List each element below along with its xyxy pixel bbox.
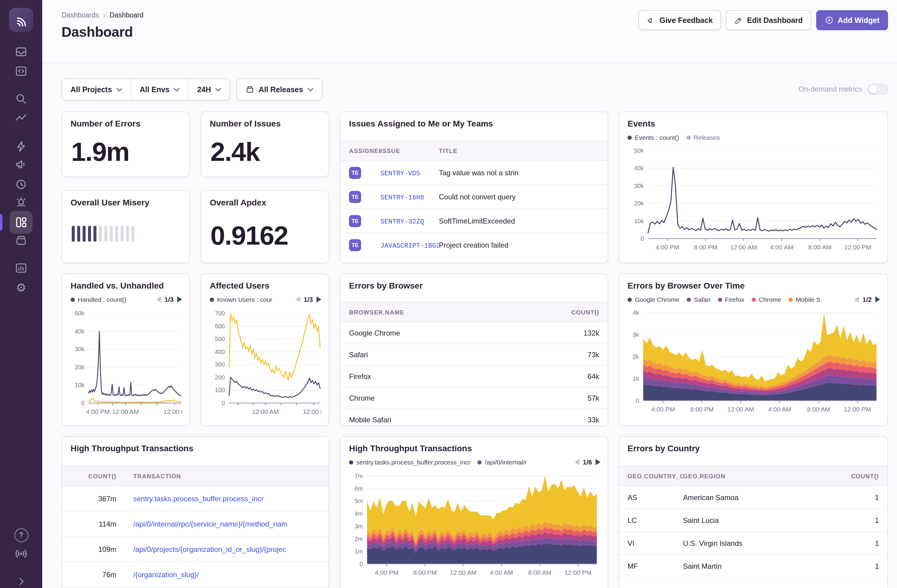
gear-icon: ⚙: [16, 281, 26, 294]
breadcrumb-dashboards-link[interactable]: Dashboards: [61, 11, 99, 19]
issue-link[interactable]: SENTRY-32ZQ: [380, 218, 424, 225]
prev-page-arrow[interactable]: [574, 459, 579, 465]
legend-items: Events : count()Releases: [628, 134, 880, 141]
sidebar-item-alerts[interactable]: [11, 192, 31, 213]
svg-text:4:00 PM: 4:00 PM: [86, 408, 109, 415]
column-header[interactable]: COUNT(): [545, 309, 599, 315]
releases-filter[interactable]: All Releases: [237, 79, 321, 100]
table-row: ASAmerican Samoa1: [619, 486, 887, 509]
legend-item[interactable]: Safari: [687, 296, 710, 303]
on-demand-metrics-toggle[interactable]: [868, 84, 888, 95]
sidebar-collapse-toggle[interactable]: [11, 571, 31, 588]
sidebar-item-traces[interactable]: [11, 108, 31, 128]
add-widget-button[interactable]: Add Widget: [816, 10, 888, 30]
column-header[interactable]: BROWSER.NAME: [349, 309, 545, 315]
high-throughput-legend: sentry.tasks.process_buffer.process_incr…: [349, 457, 600, 467]
next-page-arrow[interactable]: [317, 296, 321, 302]
filter-bar: All Projects All Envs 24H All Releases: [61, 78, 322, 101]
issue-link[interactable]: SENTRY-VD5: [380, 170, 420, 177]
assignee-avatar[interactable]: TE: [349, 166, 361, 179]
sidebar-item-releases[interactable]: [11, 230, 31, 250]
legend-item[interactable]: Mobile S: [788, 296, 820, 303]
svg-text:4:00 PM: 4:00 PM: [375, 569, 398, 576]
prev-page-arrow[interactable]: [156, 296, 161, 302]
legend-item[interactable]: Events : count(): [628, 134, 679, 141]
edit-dashboard-button[interactable]: Edit Dashboard: [726, 10, 811, 30]
legend-item[interactable]: sentry.tasks.process_buffer.process_incr: [349, 458, 470, 466]
table-header: BROWSER.NAMECOUNT(): [341, 302, 608, 322]
assignee-avatar[interactable]: TE: [349, 239, 361, 251]
issue-link[interactable]: JAVASCRIPT-1BG2: [380, 242, 439, 249]
high-throughput-area-chart[interactable]: 01m2m3m4m5m6m7m4:00 PM8:00 PM12:00 AM4:0…: [349, 473, 600, 583]
affected-users-line-chart[interactable]: 010020030040050060070012:00 AM12:00 P: [210, 311, 321, 419]
next-page-arrow[interactable]: [595, 459, 600, 465]
sidebar-item-help[interactable]: ?: [11, 525, 31, 545]
column-header[interactable]: GEO.REGION: [683, 473, 837, 479]
legend-label: Google Chrome: [635, 296, 680, 303]
chevron-down-icon: [116, 88, 122, 91]
sentry-logo-icon: [13, 12, 29, 28]
issues-count-value: 2.4k: [210, 139, 260, 165]
legend-item[interactable]: Firefox: [718, 296, 744, 303]
sidebar-item-whats-new[interactable]: [11, 544, 31, 564]
column-header[interactable]: TITLE: [439, 147, 599, 154]
prev-page-arrow[interactable]: [295, 296, 300, 302]
sentry-logo[interactable]: [9, 8, 33, 32]
legend-item[interactable]: /api/0/internal/r: [478, 458, 527, 466]
misery-bar: [121, 226, 124, 241]
widget-number-of-errors: Number of Errors 1.9m: [61, 111, 190, 177]
issue-link[interactable]: SENTRY-16H8: [380, 194, 424, 201]
assignee-avatar[interactable]: TE: [349, 215, 361, 227]
sidebar-item-stats[interactable]: [11, 258, 31, 278]
table-cell: 76m: [70, 570, 116, 579]
sidebar-item-settings[interactable]: ⚙: [11, 277, 31, 298]
widget-title: Handled vs. Unhandled: [70, 281, 164, 290]
time-range-filter[interactable]: 24H: [188, 79, 230, 100]
plus-circle-icon: [824, 16, 833, 25]
widget-high-throughput-chart: High Throughput Transactions sentry.task…: [340, 436, 608, 588]
column-header[interactable]: GEO.COUNTRY_CODE: [628, 473, 683, 479]
svg-text:4:00 PM: 4:00 PM: [655, 244, 679, 250]
sidebar-item-feedback[interactable]: [11, 154, 31, 175]
events-legend: Events : count()Releases: [628, 132, 880, 143]
sidebar-item-lightning[interactable]: [11, 136, 31, 157]
transaction-link[interactable]: /{organization_slug}/: [133, 570, 199, 579]
lightning-icon: [14, 140, 28, 153]
legend-item[interactable]: Chrome: [752, 296, 781, 303]
transaction-link[interactable]: sentry.tasks.process_buffer.process_incr: [133, 494, 264, 503]
column-header[interactable]: COUNT(): [70, 473, 116, 479]
handled-line-chart[interactable]: 010k20k30k40k50k4:00 PM12:00 AM12:00 P: [70, 311, 182, 419]
sidebar-item-replays[interactable]: [11, 174, 31, 195]
legend-item[interactable]: Handled : count(): [70, 296, 126, 303]
browser-over-time-area-chart[interactable]: 01k2k3k4k4:00 PM8:00 PM12:00 AM4:00 AM8:…: [628, 310, 880, 420]
transaction-link[interactable]: /api/0/projects/{organization_id_or_slug…: [133, 545, 286, 553]
give-feedback-button[interactable]: Give Feedback: [638, 10, 721, 30]
assignee-avatar[interactable]: TE: [349, 191, 361, 203]
svg-text:1k: 1k: [633, 375, 639, 382]
column-header[interactable]: TRANSACTION: [116, 473, 320, 479]
misery-bar: [88, 226, 91, 241]
svg-text:12:00 AM: 12:00 AM: [727, 406, 754, 413]
next-page-arrow[interactable]: [177, 296, 182, 302]
dashboards-grid-icon: [14, 216, 28, 229]
legend-label: Safari: [694, 296, 710, 303]
next-page-arrow[interactable]: [875, 296, 880, 302]
legend-item[interactable]: Google Chrome: [628, 296, 680, 303]
events-line-chart[interactable]: 010k20k30k40k50k4:00 PM8:00 PM12:00 AM4:…: [628, 148, 880, 258]
transaction-link[interactable]: /api/0/internal/rpc/{service_name}/{meth…: [133, 519, 287, 528]
svg-text:12:00 PM: 12:00 PM: [844, 244, 871, 250]
sidebar-item-issues[interactable]: [11, 41, 31, 62]
column-header[interactable]: ISSUE: [380, 147, 439, 154]
environment-filter[interactable]: All Envs: [131, 79, 188, 100]
project-filter[interactable]: All Projects: [62, 79, 131, 100]
svg-text:100: 100: [215, 387, 225, 393]
legend-item[interactable]: Releases: [686, 134, 720, 141]
prev-page-arrow[interactable]: [854, 296, 859, 302]
sidebar-item-search[interactable]: [11, 89, 31, 109]
svg-text:10k: 10k: [634, 218, 644, 225]
sidebar-item-projects[interactable]: [11, 61, 31, 81]
column-header[interactable]: COUNT(): [837, 473, 879, 479]
legend-item[interactable]: Known Users : cour: [210, 296, 272, 303]
column-header[interactable]: ASSIGNEE: [349, 147, 380, 154]
svg-text:400: 400: [215, 348, 225, 355]
